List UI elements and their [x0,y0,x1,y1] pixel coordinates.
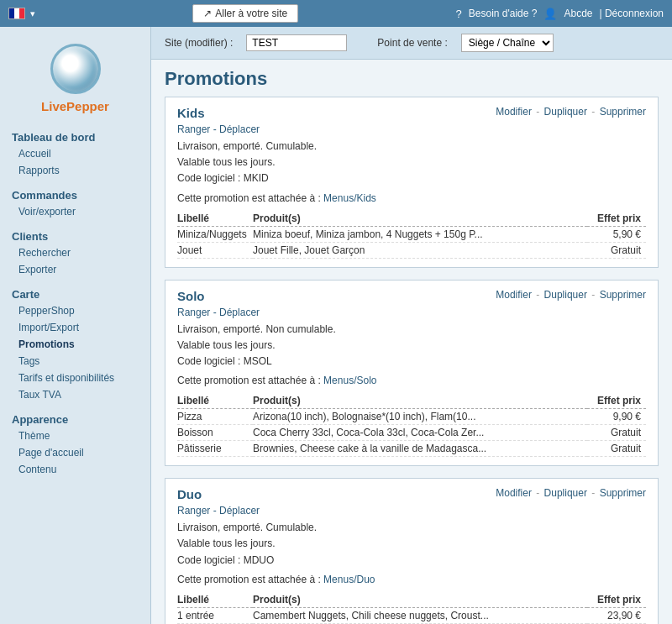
sidebar-item-pageaccueil[interactable]: Page d'accueil [0,444,150,461]
row-libelle-1-0: Pizza [177,409,253,425]
top-bar-left: ▾ [8,8,35,19]
row-libelle-1-2: Pâtisserie [177,441,253,457]
sidebar-section-tableau: Tableau de bord [0,126,150,145]
promo-table-body-1: Pizza Arizona(10 inch), Bolognaise*(10 i… [177,409,646,457]
promo-container: Kids Modifier - Dupliquer - Supprimer Ra… [151,97,672,624]
pdv-select[interactable]: Siège / Chaîne [461,34,554,52]
header-bar: Site (modifier) : Point de vente : Siège… [151,27,672,60]
sidebar-item-rapports[interactable]: Rapports [0,162,150,179]
table-row: Jouet Jouet Fille, Jouet Garçon Gratuit [177,242,646,258]
col-header-libelle: Libellé [177,592,253,608]
action-separator: - [589,289,598,301]
row-effet-0-1: Gratuit [587,242,646,258]
table-header-row: Libellé Produit(s) Effet prix [177,211,646,227]
row-effet-1-2: Gratuit [587,441,646,457]
sidebar-item-accueil[interactable]: Accueil [0,145,150,162]
col-header-produit: Produit(s) [253,393,587,409]
promo-header-1: Solo Modifier - Dupliquer - Supprimer [177,289,646,303]
promo-details-0: Livraison, emporté. Cumulable.Valable to… [177,139,646,187]
promo-action-1-1[interactable]: Dupliquer [544,289,587,301]
promo-attached-2: Cette promotion est attachée à : Menus/D… [177,574,646,585]
promo-header-2: Duo Modifier - Dupliquer - Supprimer [177,487,646,501]
promo-action-2-0[interactable]: Modifier [496,487,532,499]
content-area: Site (modifier) : Point de vente : Siège… [151,27,672,624]
ranger-link-0[interactable]: Ranger - Déplacer [177,123,646,135]
sidebar-item-rechercher[interactable]: Rechercher [0,244,150,261]
col-header-libelle: Libellé [177,393,253,409]
promo-name-1: Solo [177,289,205,303]
table-row: 1 entrée Camembert Nuggets, Chili cheese… [177,607,646,623]
row-effet-1-1: Gratuit [587,425,646,441]
user-icon: 👤 [543,8,557,20]
promo-actions-0: Modifier - Dupliquer - Supprimer [496,106,646,118]
row-effet-0-0: 5,90 € [587,226,646,242]
col-header-libelle: Libellé [177,211,253,227]
site-input[interactable] [246,34,347,51]
sidebar-item-importexport[interactable]: Import/Export [0,319,150,336]
col-header-produit: Produit(s) [253,592,587,608]
promo-attached-link-2[interactable]: Menus/Duo [323,574,375,585]
ranger-link-1[interactable]: Ranger - Déplacer [177,307,646,318]
top-bar-right: ? Besoin d'aide ? 👤 Abcde | Déconnexion [456,8,664,20]
sidebar-item-exporter[interactable]: Exporter [0,261,150,278]
top-bar-center: ↗ Aller à votre site [44,4,448,23]
row-produit-2-0: Camembert Nuggets, Chili cheese nuggets,… [253,607,587,623]
logo-pepper: Pepper [66,99,109,113]
promo-name-0: Kids [177,106,205,120]
sidebar-item-theme[interactable]: Thème [0,427,150,444]
row-libelle-2-0: 1 entrée [177,607,253,623]
promo-table-body-0: Miniza/Nuggets Miniza boeuf, Miniza jamb… [177,226,646,258]
ranger-link-2[interactable]: Ranger - Déplacer [177,505,646,517]
promo-action-2-2[interactable]: Supprimer [600,487,646,499]
col-header-effet: Effet prix [587,211,646,227]
sidebar-item-contenu[interactable]: Contenu [0,461,150,478]
promo-name-2: Duo [177,487,202,501]
promo-actions-1: Modifier - Dupliquer - Supprimer [496,289,646,301]
promo-attached-link-0[interactable]: Menus/Kids [323,192,376,204]
sidebar-item-voirexporter[interactable]: Voir/exporter [0,203,150,220]
sidebar: LivePepper Tableau de bord Accueil Rappo… [0,27,151,624]
help-link[interactable]: Besoin d'aide ? [469,8,538,19]
table-header-row: Libellé Produit(s) Effet prix [177,393,646,409]
sidebar-item-promotions[interactable]: Promotions [0,336,150,353]
promo-action-1-0[interactable]: Modifier [496,289,532,301]
logout-link[interactable]: | Déconnexion [600,8,664,19]
sidebar-item-peppershop[interactable]: PepperShop [0,302,150,319]
promo-header-0: Kids Modifier - Dupliquer - Supprimer [177,106,646,120]
col-header-produit: Produit(s) [253,211,587,227]
main-layout: LivePepper Tableau de bord Accueil Rappo… [0,27,672,624]
sidebar-item-tarifs[interactable]: Tarifs et disponibilités [0,370,150,386]
flag-dropdown[interactable]: ▾ [30,8,35,19]
promo-attached-link-1[interactable]: Menus/Solo [323,375,376,386]
promo-action-1-2[interactable]: Supprimer [600,289,646,301]
promo-attached-0: Cette promotion est attachée à : Menus/K… [177,192,646,204]
action-separator: - [589,487,598,499]
promo-action-0-2[interactable]: Supprimer [600,106,646,118]
sidebar-item-tags[interactable]: Tags [0,353,150,370]
promo-action-2-1[interactable]: Dupliquer [544,487,587,499]
pdv-label: Point de vente : [377,37,447,49]
logo-circle [50,44,101,94]
row-produit-0-1: Jouet Fille, Jouet Garçon [253,242,587,258]
sidebar-section-carte: Carte [0,283,150,302]
flag-icon[interactable] [8,8,25,19]
row-produit-0-0: Miniza boeuf, Miniza jambon, 4 Nuggets +… [253,226,587,242]
promo-details-2: Livraison, emporté. Cumulable.Valable to… [177,520,646,569]
table-row: Miniza/Nuggets Miniza boeuf, Miniza jamb… [177,226,646,242]
aller-site-button[interactable]: ↗ Aller à votre site [192,4,298,23]
promo-action-0-0[interactable]: Modifier [496,106,532,118]
aller-site-label: Aller à votre site [215,8,287,19]
action-separator: - [533,106,543,118]
sidebar-item-tauxtva[interactable]: Taux TVA [0,386,150,403]
logo-text: LivePepper [0,99,150,113]
user-link[interactable]: Abcde [564,8,592,19]
row-produit-1-1: Coca Cherry 33cl, Coca-Cola 33cl, Coca-C… [253,425,587,441]
row-libelle-0-0: Miniza/Nuggets [177,226,253,242]
sidebar-section-apparence: Apparence [0,408,150,427]
promo-actions-2: Modifier - Dupliquer - Supprimer [496,487,646,499]
external-link-icon: ↗ [203,8,212,19]
promo-action-0-1[interactable]: Dupliquer [544,106,587,118]
promo-card-0: Kids Modifier - Dupliquer - Supprimer Ra… [165,97,659,268]
logo-live: Live [41,99,66,113]
sidebar-section-commandes: Commandes [0,184,150,203]
